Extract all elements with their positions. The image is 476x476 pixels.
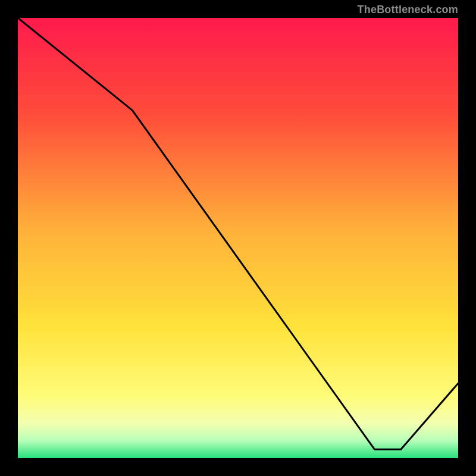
chart-frame: { "attribution": "TheBottleneck.com", "c… <box>0 0 476 476</box>
chart-svg <box>18 18 458 458</box>
chart-background <box>18 18 458 458</box>
attribution-text: TheBottleneck.com <box>358 4 458 16</box>
plot-area <box>18 18 458 458</box>
